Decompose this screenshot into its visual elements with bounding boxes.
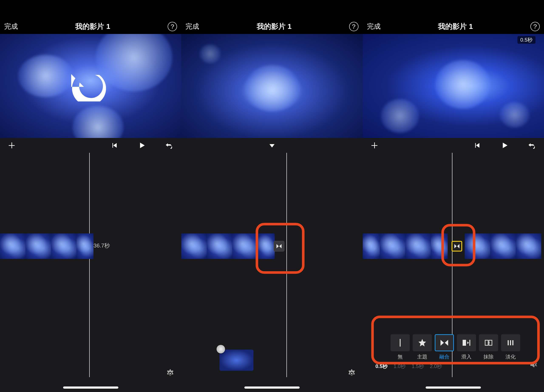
panel-1: 完成 我的影片 1 ? 36.7秒 bbox=[0, 0, 181, 392]
clip-thumb[interactable] bbox=[431, 233, 448, 259]
fade-icon bbox=[501, 334, 520, 351]
transition-blend[interactable]: 融合 bbox=[435, 334, 454, 360]
help-button[interactable]: ? bbox=[530, 22, 540, 31]
header: 完成 我的影片 1 ? bbox=[363, 19, 544, 34]
done-button[interactable]: 完成 bbox=[367, 22, 381, 31]
clip-thumb[interactable] bbox=[232, 233, 258, 259]
svg-rect-2 bbox=[469, 340, 470, 346]
clip-thumb[interactable] bbox=[490, 233, 516, 259]
clip-thumb[interactable] bbox=[51, 233, 77, 259]
clip-thumb[interactable] bbox=[181, 233, 207, 259]
none-icon bbox=[390, 334, 410, 351]
settings-button[interactable] bbox=[347, 369, 356, 378]
mute-button[interactable] bbox=[529, 360, 538, 370]
transition-options: 無 主題 融合 滑入 抹除 淡化 bbox=[373, 334, 538, 360]
transition-icon[interactable] bbox=[274, 241, 284, 252]
project-title: 我的影片 1 bbox=[438, 22, 473, 31]
clip-thumb[interactable] bbox=[25, 233, 51, 259]
clip-strip bbox=[181, 233, 275, 259]
header: 完成 我的影片 1 ? bbox=[181, 19, 362, 34]
duration-option[interactable]: 2.0秒 bbox=[430, 363, 442, 370]
undo-button[interactable] bbox=[527, 140, 538, 151]
timeline: 36.7秒 bbox=[0, 153, 181, 392]
clip-thumb[interactable] bbox=[77, 233, 94, 259]
svg-rect-1 bbox=[463, 340, 466, 346]
svg-rect-6 bbox=[510, 340, 511, 345]
settings-button[interactable] bbox=[166, 369, 175, 378]
svg-rect-7 bbox=[512, 340, 513, 345]
help-button[interactable]: ? bbox=[168, 22, 177, 31]
clip-thumb[interactable] bbox=[405, 233, 431, 259]
star-icon bbox=[413, 334, 432, 351]
svg-rect-0 bbox=[400, 339, 401, 346]
duration-bar: 0.5秒 1.0秒 1.5秒 2.0秒 bbox=[375, 363, 442, 370]
skip-start-button[interactable] bbox=[109, 140, 120, 151]
wipe-icon bbox=[479, 334, 498, 351]
home-indicator[interactable] bbox=[63, 386, 118, 389]
toolbar bbox=[181, 138, 362, 153]
transition-icon[interactable] bbox=[452, 241, 462, 252]
clip-thumb[interactable] bbox=[363, 233, 380, 259]
time-label: 36.7秒 bbox=[94, 242, 110, 249]
transition-slide[interactable]: 滑入 bbox=[457, 334, 476, 360]
panel-3: 完成 我的影片 1 ? 0.5秒 50.1秒 bbox=[363, 0, 544, 392]
clip-strip bbox=[465, 233, 541, 259]
undo-icon[interactable] bbox=[70, 70, 112, 102]
timeline bbox=[181, 153, 362, 392]
duration-badge: 0.5秒 bbox=[517, 36, 536, 44]
play-button[interactable] bbox=[137, 140, 147, 151]
preview-area[interactable] bbox=[0, 34, 181, 138]
done-button[interactable]: 完成 bbox=[4, 22, 18, 31]
clip-thumb[interactable] bbox=[516, 233, 541, 259]
toolbar bbox=[363, 138, 544, 153]
playhead[interactable] bbox=[286, 153, 287, 377]
clip-thumb[interactable] bbox=[465, 233, 490, 259]
clip-thumb[interactable] bbox=[380, 233, 405, 259]
project-title: 我的影片 1 bbox=[257, 22, 292, 31]
transition-theme[interactable]: 主題 bbox=[413, 334, 432, 360]
add-button[interactable] bbox=[369, 140, 380, 151]
duration-option[interactable]: 1.5秒 bbox=[412, 363, 424, 370]
clip-thumb[interactable] bbox=[0, 233, 25, 259]
clip-thumb[interactable] bbox=[258, 233, 275, 259]
preview-area[interactable]: 0.5秒 bbox=[363, 34, 544, 138]
transition-fade[interactable]: 淡化 bbox=[501, 334, 520, 360]
clip-thumb[interactable] bbox=[207, 233, 232, 259]
duration-option[interactable]: 1.0秒 bbox=[394, 363, 406, 370]
undo-button[interactable] bbox=[164, 140, 175, 151]
clip-strip bbox=[0, 233, 94, 259]
preview-area[interactable] bbox=[181, 34, 362, 138]
add-button[interactable] bbox=[6, 140, 17, 151]
playhead[interactable] bbox=[89, 153, 90, 377]
done-button[interactable]: 完成 bbox=[185, 22, 199, 31]
svg-rect-5 bbox=[508, 340, 509, 345]
duration-option[interactable]: 0.5秒 bbox=[375, 363, 388, 370]
skip-start-button[interactable] bbox=[472, 140, 482, 151]
help-button[interactable]: ? bbox=[349, 22, 359, 31]
header: 完成 我的影片 1 ? bbox=[0, 19, 181, 34]
panel-2: 完成 我的影片 1 ? bbox=[181, 0, 362, 392]
play-button[interactable] bbox=[499, 140, 510, 151]
clip-strip bbox=[363, 233, 448, 259]
blend-icon bbox=[435, 334, 454, 351]
svg-rect-3 bbox=[485, 340, 488, 345]
toolbar bbox=[0, 138, 181, 153]
home-indicator[interactable] bbox=[244, 386, 300, 389]
transition-none[interactable]: 無 bbox=[390, 334, 410, 360]
project-title: 我的影片 1 bbox=[75, 22, 110, 31]
timeline: 50.1秒 無 主題 融 bbox=[363, 153, 544, 392]
home-indicator[interactable] bbox=[426, 386, 481, 389]
transition-wipe[interactable]: 抹除 bbox=[479, 334, 498, 360]
slide-icon bbox=[457, 334, 476, 351]
